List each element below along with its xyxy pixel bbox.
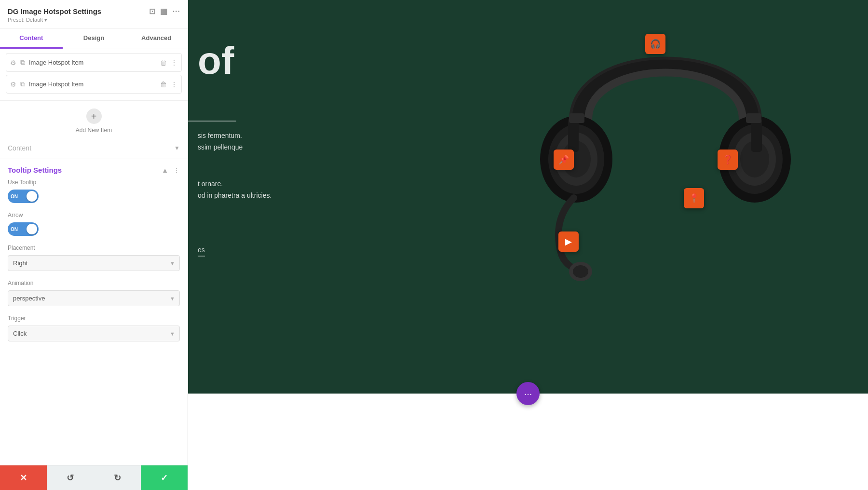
hero-body-2: ssim pellenque	[198, 142, 243, 153]
tab-content[interactable]: Content	[0, 28, 63, 49]
tooltip-section-header-icons: ▲ ⋮	[162, 166, 180, 174]
hotspot-item-1-label: Image Hotspot Item	[29, 59, 160, 66]
tooltip-section-header[interactable]: Tooltip Settings ▲ ⋮	[0, 159, 188, 179]
placement-label: Placement	[8, 245, 180, 251]
hotspot-item-1[interactable]: ⚙ ⧉ Image Hotspot Item 🗑 ⋮	[6, 53, 182, 72]
placement-row: Placement Top Right Bottom Left ▼	[8, 245, 180, 271]
arrow-on-label: ON	[11, 227, 18, 232]
trash-icon-1[interactable]: 🗑	[160, 59, 167, 67]
save-button[interactable]: ✓	[141, 465, 188, 490]
undo-button[interactable]: ↺	[47, 465, 94, 490]
cancel-icon: ✕	[20, 473, 27, 483]
hotspot-item-2-label: Image Hotspot Item	[29, 81, 160, 88]
arrow-row: Arrow ON	[8, 212, 180, 236]
hotspot-5[interactable]: ▶	[558, 231, 579, 252]
canvas-white-bottom: ···	[188, 394, 868, 490]
expand-icon[interactable]: ⊡	[149, 7, 155, 16]
hotspot-item-2-left-icons: ⚙ ⧉	[10, 80, 25, 88]
hotspot-item-1-right-icons: 🗑 ⋮	[160, 59, 177, 67]
add-circle-icon: +	[86, 109, 102, 124]
use-tooltip-knob	[27, 191, 37, 202]
save-icon: ✓	[161, 473, 168, 483]
hero-body-text-2: t ornare. od in pharetra a ultricies.	[198, 178, 271, 202]
hero-body-4: od in pharetra a ultricies.	[198, 190, 271, 202]
animation-select[interactable]: none shift-away shift-toward scale persp…	[8, 290, 180, 306]
floating-action-button[interactable]: ···	[516, 382, 540, 405]
add-new-item-button[interactable]: + Add New Item	[0, 101, 188, 137]
hotspot-1[interactable]: 🎧	[645, 34, 665, 54]
sidebar-title-row: DG Image Hotspot Settings ⊡ ▦ ⋯	[8, 7, 180, 16]
arrow-knob	[27, 224, 37, 234]
use-tooltip-label: Use Tooltip	[8, 179, 180, 186]
arrow-label: Arrow	[8, 212, 180, 218]
hero-body-3: t ornare.	[198, 178, 271, 190]
more-icon-2[interactable]: ⋮	[171, 81, 177, 88]
main-content: of sis fermentum. ssim pellenque t ornar…	[188, 0, 868, 490]
divider-line	[188, 121, 236, 122]
tooltip-section-title: Tooltip Settings	[8, 166, 62, 174]
floating-btn-icon: ···	[524, 388, 532, 399]
svg-rect-8	[568, 118, 579, 152]
tooltip-more-icon[interactable]: ⋮	[173, 166, 180, 174]
cancel-button[interactable]: ✕	[0, 465, 47, 490]
svg-rect-9	[751, 118, 762, 152]
content-section-title: Content	[8, 144, 31, 152]
tooltip-settings-section: Tooltip Settings ▲ ⋮ Use Tooltip ON	[0, 159, 188, 358]
hero-text-of: of	[198, 39, 234, 83]
undo-icon: ↺	[67, 473, 74, 483]
more-icon[interactable]: ⋯	[172, 7, 180, 16]
use-tooltip-toggle[interactable]: ON	[8, 190, 39, 203]
hotspot-list: ⚙ ⧉ Image Hotspot Item 🗑 ⋮ ⚙ ⧉ Image Hot…	[0, 49, 188, 101]
trigger-select-wrapper: Click Hover ▼	[8, 326, 180, 341]
preset-label: Preset: Default ▾	[8, 17, 180, 23]
use-tooltip-on-label: ON	[11, 194, 18, 199]
sidebar: DG Image Hotspot Settings ⊡ ▦ ⋯ Preset: …	[0, 0, 188, 490]
hotspot-2[interactable]: 📌	[554, 150, 574, 170]
hotspot-4[interactable]: 📍	[684, 188, 704, 208]
hero-body-text: sis fermentum. ssim pellenque	[198, 130, 243, 153]
gear-icon-1[interactable]: ⚙	[10, 59, 16, 67]
canvas-area: of sis fermentum. ssim pellenque t ornar…	[188, 0, 868, 394]
hotspot-3[interactable]: ❓	[718, 150, 738, 170]
tooltip-collapse-icon[interactable]: ▲	[162, 166, 168, 174]
arrow-toggle[interactable]: ON	[8, 222, 39, 236]
animation-label: Animation	[8, 280, 180, 286]
redo-button[interactable]: ↻	[94, 465, 141, 490]
hero-subtitle: es	[198, 246, 205, 257]
trash-icon-2[interactable]: 🗑	[160, 81, 167, 88]
hotspot-item-1-left-icons: ⚙ ⧉	[10, 58, 25, 67]
trigger-select[interactable]: Click Hover	[8, 326, 180, 341]
content-section-header[interactable]: Content ▼	[0, 137, 188, 159]
hotspot-item-2[interactable]: ⚙ ⧉ Image Hotspot Item 🗑 ⋮	[6, 75, 182, 94]
animation-select-wrapper: none shift-away shift-toward scale persp…	[8, 290, 180, 306]
svg-point-11	[573, 265, 588, 278]
redo-icon: ↻	[114, 473, 121, 483]
more-icon-1[interactable]: ⋮	[171, 59, 177, 67]
use-tooltip-row: Use Tooltip ON	[8, 179, 180, 203]
hotspot-item-2-right-icons: 🗑 ⋮	[160, 81, 177, 88]
content-section-chevron: ▼	[174, 145, 180, 151]
placement-select-wrapper: Top Right Bottom Left ▼	[8, 255, 180, 271]
tab-advanced[interactable]: Advanced	[125, 28, 188, 49]
copy-icon-1[interactable]: ⧉	[20, 58, 25, 67]
add-new-item-label: Add New Item	[76, 127, 112, 134]
columns-icon[interactable]: ▦	[160, 7, 167, 16]
sidebar-title-icons: ⊡ ▦ ⋯	[149, 7, 180, 16]
hero-body-1: sis fermentum.	[198, 130, 243, 142]
copy-icon-2[interactable]: ⧉	[20, 80, 25, 88]
bottom-toolbar: ✕ ↺ ↻ ✓	[0, 465, 188, 490]
sidebar-header: DG Image Hotspot Settings ⊡ ▦ ⋯ Preset: …	[0, 0, 188, 28]
placement-select[interactable]: Top Right Bottom Left	[8, 255, 180, 271]
svg-rect-13	[746, 113, 761, 123]
tooltip-settings-content: Use Tooltip ON Arrow ON	[0, 179, 188, 358]
sidebar-content: ⚙ ⧉ Image Hotspot Item 🗑 ⋮ ⚙ ⧉ Image Hot…	[0, 49, 188, 465]
tabs-bar: Content Design Advanced	[0, 28, 188, 49]
trigger-row: Trigger Click Hover ▼	[8, 315, 180, 341]
trigger-label: Trigger	[8, 315, 180, 322]
use-tooltip-toggle-container: ON	[8, 190, 180, 203]
animation-row: Animation none shift-away shift-toward s…	[8, 280, 180, 306]
tab-design[interactable]: Design	[63, 28, 125, 49]
sidebar-title-text: DG Image Hotspot Settings	[8, 7, 101, 15]
gear-icon-2[interactable]: ⚙	[10, 81, 16, 88]
svg-rect-12	[569, 113, 584, 123]
